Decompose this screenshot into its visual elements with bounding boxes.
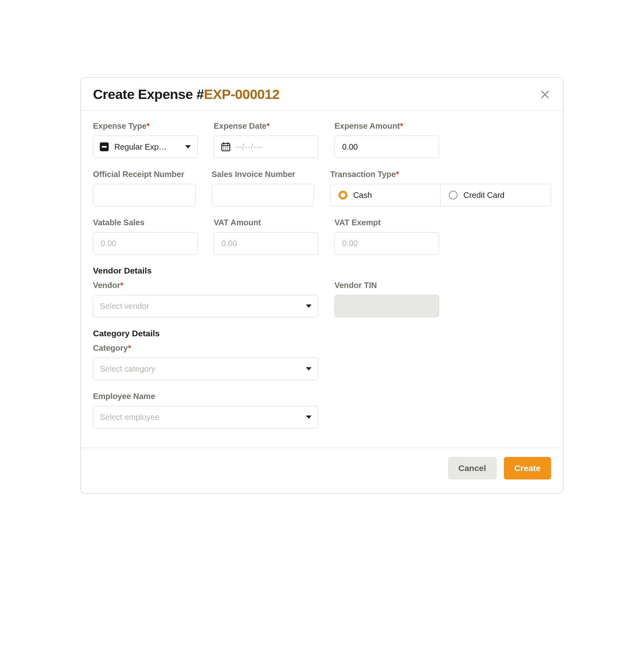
expense-number: EXP-000012 <box>204 86 280 102</box>
expense-amount-input[interactable] <box>341 142 432 152</box>
employee-select[interactable]: Select employee <box>93 406 318 428</box>
chevron-down-icon <box>185 145 191 148</box>
expense-amount-input-wrap <box>334 136 439 158</box>
label-employee: Employee Name <box>93 391 318 401</box>
label-vatable-sales: Vatable Sales <box>93 218 198 227</box>
required-mark: * <box>266 121 270 130</box>
expense-date-input[interactable]: --/--/--- <box>214 136 318 158</box>
label-vendor-tin: Vendor TIN <box>334 280 439 290</box>
vatable-sales-input-wrap <box>93 232 198 255</box>
sin-input[interactable] <box>219 190 308 200</box>
vat-exempt-input-wrap <box>334 232 439 255</box>
field-vatable-sales: Vatable Sales <box>93 218 198 255</box>
field-transaction-type: Transaction Type* Cash Credit Card <box>330 169 551 206</box>
svg-point-6 <box>223 147 224 148</box>
field-expense-date: Expense Date* <box>214 121 318 158</box>
vat-amount-input-wrap <box>214 232 318 255</box>
sin-input-wrap <box>212 184 314 206</box>
calendar-icon <box>221 142 231 152</box>
label-expense-amount: Expense Amount* <box>334 121 439 131</box>
label-category: Category* <box>93 343 318 353</box>
orn-input[interactable] <box>100 190 189 200</box>
modal-header: Create Expense #EXP-000012 <box>81 78 563 111</box>
field-vendor-tin: Vendor TIN <box>334 280 439 317</box>
chevron-down-icon <box>306 367 312 370</box>
modal-footer: Cancel Create <box>81 448 563 493</box>
close-button[interactable] <box>538 88 551 101</box>
vendor-select[interactable]: Select vendor <box>93 295 318 317</box>
create-button[interactable]: Create <box>504 457 551 479</box>
field-employee: Employee Name Select employee <box>93 391 318 428</box>
transaction-type-radio-group: Cash Credit Card <box>330 184 551 206</box>
required-mark: * <box>120 281 124 290</box>
field-vat-amount: VAT Amount <box>214 218 318 255</box>
close-icon <box>541 90 549 99</box>
transaction-cash-option[interactable]: Cash <box>330 184 440 206</box>
transaction-credit-label: Credit Card <box>463 191 504 200</box>
category-select[interactable]: Select category <box>93 358 318 380</box>
radio-unselected-icon <box>449 191 458 200</box>
vendor-section-title: Vendor Details <box>93 266 551 276</box>
vat-exempt-input[interactable] <box>341 239 432 249</box>
cancel-button[interactable]: Cancel <box>448 457 497 479</box>
label-vat-amount: VAT Amount <box>214 218 318 227</box>
field-expense-amount: Expense Amount* <box>334 121 439 158</box>
field-expense-type: Expense Type* Regular Exp… <box>93 121 198 158</box>
radio-selected-icon <box>339 191 347 200</box>
vendor-tin-input <box>341 301 432 311</box>
label-sin: Sales Invoice Number <box>212 169 314 179</box>
transaction-credit-option[interactable]: Credit Card <box>440 184 551 206</box>
create-expense-modal: Create Expense #EXP-000012 Expense Type* <box>80 77 564 494</box>
chevron-down-icon <box>306 304 312 308</box>
vatable-sales-input[interactable] <box>100 239 191 249</box>
vat-amount-input[interactable] <box>221 239 312 249</box>
label-expense-date: Expense Date* <box>214 121 318 131</box>
required-mark: * <box>400 121 403 130</box>
category-section-title: Category Details <box>93 329 551 338</box>
vendor-tin-input-wrap <box>334 295 439 317</box>
svg-point-8 <box>227 147 228 148</box>
vendor-select-placeholder: Select vendor <box>100 302 149 311</box>
modal-title-prefix: Create Expense # <box>93 86 204 102</box>
field-vat-exempt: VAT Exempt <box>334 218 439 255</box>
expense-date-placeholder: --/--/--- <box>236 142 263 152</box>
expense-type-icon <box>100 142 109 151</box>
field-category: Category* Select category <box>93 343 318 380</box>
expense-type-select[interactable]: Regular Exp… <box>93 136 198 158</box>
label-orn: Official Receipt Number <box>93 169 196 179</box>
required-mark: * <box>147 121 150 130</box>
category-select-placeholder: Select category <box>100 364 155 374</box>
field-vendor: Vendor* Select vendor <box>93 280 318 317</box>
required-mark: * <box>396 170 399 179</box>
employee-select-placeholder: Select employee <box>100 413 159 422</box>
required-mark: * <box>128 344 131 352</box>
expense-type-value: Regular Exp… <box>114 142 167 152</box>
svg-point-7 <box>225 147 226 148</box>
modal-body: Expense Type* Regular Exp… Expense Date* <box>81 111 563 448</box>
label-vat-exempt: VAT Exempt <box>334 218 439 227</box>
orn-input-wrap <box>93 184 196 206</box>
field-sin: Sales Invoice Number <box>212 169 314 206</box>
svg-point-10 <box>225 149 226 150</box>
svg-point-11 <box>227 149 228 150</box>
label-transaction-type: Transaction Type* <box>330 169 551 179</box>
label-expense-type: Expense Type* <box>93 121 198 131</box>
chevron-down-icon <box>306 416 312 419</box>
modal-title: Create Expense #EXP-000012 <box>93 86 279 102</box>
field-orn: Official Receipt Number <box>93 169 196 206</box>
svg-point-9 <box>223 149 224 150</box>
transaction-cash-label: Cash <box>353 191 372 200</box>
label-vendor: Vendor* <box>93 280 318 290</box>
